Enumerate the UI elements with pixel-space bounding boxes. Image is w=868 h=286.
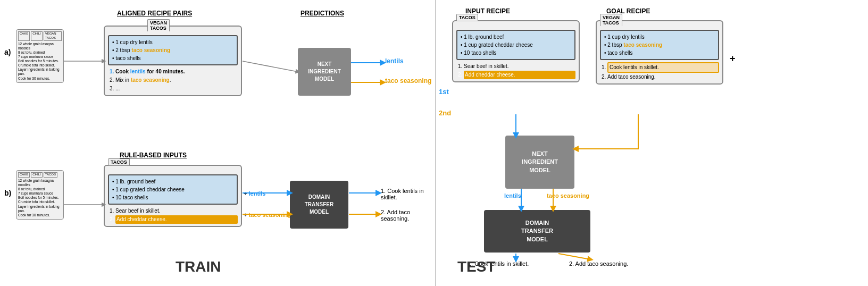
- input-tacos-tab: TACOS: [456, 14, 478, 21]
- output-1-b: 1. Cook lentils in skillet.: [381, 188, 435, 200]
- test-label: TEST: [457, 258, 496, 275]
- plus-symbol: +: [730, 53, 736, 64]
- train-section: a) ALIGNED RECIPE PAIRS PREDICTIONS CAKE…: [0, 0, 436, 286]
- prediction-lentils: lentils: [385, 57, 404, 65]
- tab-chili-a: CHILI: [31, 31, 42, 41]
- domain-transfer-model-b: DOMAINTRANSFERMODEL: [290, 181, 348, 229]
- main-container: a) ALIGNED RECIPE PAIRS PREDICTIONS CAKE…: [0, 0, 868, 286]
- tacos-card-b: TACOS 1 lb. ground beef 1 cup grated che…: [104, 165, 242, 227]
- tab-vegan-a: VEGAN TACOS: [44, 31, 62, 41]
- tab-chili-b: CHILI: [31, 172, 42, 178]
- test-pred-lentils: lentils: [504, 192, 521, 199]
- train-label: TRAIN: [176, 258, 221, 275]
- aligned-pairs-label: ALIGNED RECIPE PAIRS: [117, 10, 192, 17]
- test-output-2: 2. Add taco seasoning.: [569, 260, 628, 267]
- input-ingredients-box: 1 lb. ground beef 1 cup grated cheddar c…: [456, 30, 575, 60]
- test-section: INPUT RECIPE GOAL RECIPE TACOS 1 lb. gro…: [436, 0, 868, 286]
- next-ingredient-model-a: NEXTINGREDIENTMODEL: [298, 48, 351, 96]
- prediction-taco-a: taco seasoning: [385, 77, 431, 85]
- tab-tacos-b: TACOS: [44, 172, 57, 178]
- next-ingredient-model-test: NEXTINGREDIENTMODEL: [505, 136, 574, 189]
- vegan-tacos-tab-a: VEGANTACOS: [147, 19, 170, 31]
- tab-cake-a: CAKE: [18, 31, 30, 41]
- domain-transfer-model-test: DOMAINTRANSFERMODEL: [484, 210, 590, 253]
- predictions-label: PREDICTIONS: [301, 10, 344, 17]
- plus-taco-b: + taco seasoning: [244, 212, 291, 218]
- plus-lentils: + lentils: [244, 190, 265, 197]
- tab-cake-b: CAKE: [18, 172, 30, 178]
- goal-vegan-tacos-card: VEGANTACOS 1 cup dry lentils 2 tbsp taco…: [596, 20, 723, 85]
- input-tacos-card: TACOS 1 lb. ground beef 1 cup grated che…: [452, 20, 580, 82]
- rule-based-label: RULE-BASED INPUTS: [120, 152, 187, 159]
- output-2-b: 2. Add taco seasoning.: [381, 209, 435, 222]
- rank-second: 2nd: [439, 109, 451, 117]
- ingredients-box-a: 1 cup dry lentils 2 tbsp taco seasoning …: [108, 35, 238, 65]
- svg-line-1: [243, 61, 298, 72]
- ingredients-box-b: 1 lb. ground beef 1 cup grated cheddar c…: [108, 174, 238, 205]
- small-recipe-a: CAKE CHILI VEGAN TACOS 12 whole grain la…: [16, 29, 64, 83]
- tacos-tab-b: TACOS: [108, 158, 130, 165]
- rank-first: 1st: [439, 88, 449, 96]
- row-b-label: b): [4, 189, 11, 197]
- row-a-label: a): [4, 48, 11, 56]
- test-pred-taco: taco seasoning: [547, 192, 589, 199]
- goal-ingredients-box: 1 cup dry lentils 2 tbsp taco seasoning …: [600, 30, 719, 60]
- goal-vegan-tab: VEGANTACOS: [600, 14, 622, 26]
- vegan-tacos-card-a: VEGANTACOS 1 cup dry lentils 2 tbsp taco…: [104, 26, 242, 96]
- small-recipe-b: CAKE CHILI TACOS 12 whole grain lasagna …: [16, 170, 64, 220]
